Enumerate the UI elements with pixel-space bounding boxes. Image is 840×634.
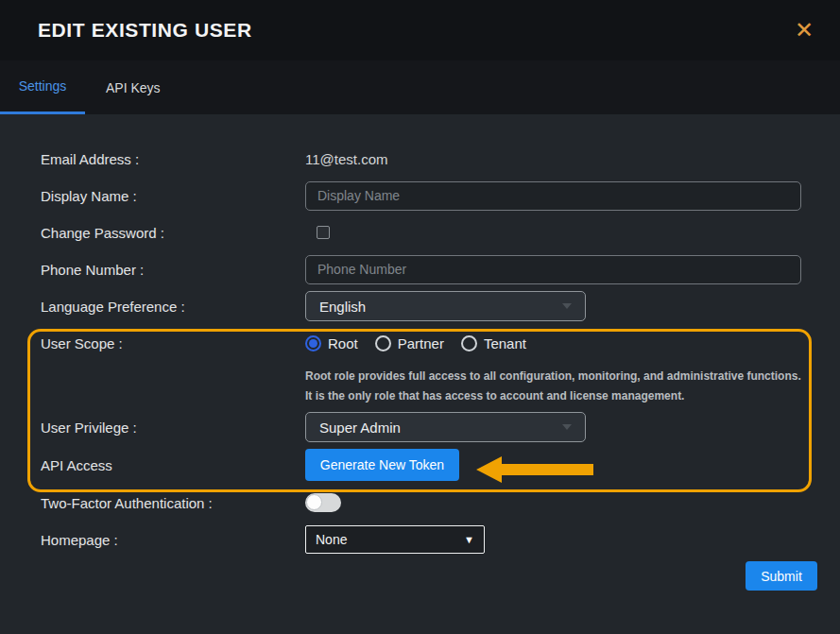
submit-button[interactable]: Submit <box>746 561 817 591</box>
phone-number-input[interactable] <box>305 255 801 284</box>
language-row: Language Preference : English <box>0 291 840 321</box>
homepage-selected-value: None <box>316 532 347 547</box>
caret-down-icon <box>562 424 572 430</box>
email-row: Email Address : 11@test.com <box>0 144 840 174</box>
phone-number-row: Phone Number : <box>0 254 840 284</box>
api-access-label: API Access <box>41 457 305 473</box>
language-label: Language Preference : <box>41 299 305 315</box>
change-password-row: Change Password : <box>0 217 840 248</box>
homepage-select[interactable]: None ▼ <box>305 525 485 554</box>
display-name-row: Display Name : <box>0 180 840 211</box>
radio-unselected-icon <box>375 335 391 351</box>
tab-api-keys[interactable]: API Keys <box>85 60 181 114</box>
tab-bar: Settings API Keys <box>0 60 840 114</box>
caret-down-icon: ▼ <box>464 534 474 545</box>
user-privilege-select[interactable]: Super Admin <box>305 412 586 442</box>
generate-token-button[interactable]: Generate New Token <box>305 449 459 481</box>
help-line-2: It is the only role that has access to a… <box>305 386 817 406</box>
radio-root[interactable]: Root <box>305 335 358 351</box>
two-factor-toggle[interactable] <box>305 493 341 512</box>
phone-number-label: Phone Number : <box>41 262 305 278</box>
change-password-label: Change Password : <box>41 225 305 241</box>
homepage-row: Homepage : None ▼ <box>0 524 840 555</box>
settings-form: Email Address : 11@test.com Display Name… <box>0 114 840 591</box>
two-factor-label: Two-Factor Authentication : <box>41 495 305 511</box>
two-factor-row: Two-Factor Authentication : <box>0 488 840 518</box>
user-privilege-row: User Privilege : Super Admin <box>0 412 840 442</box>
user-scope-row: User Scope : Root Partner Tenant <box>0 328 840 358</box>
user-scope-radio-group: Root Partner Tenant <box>305 335 526 351</box>
radio-unselected-icon <box>461 335 477 351</box>
page-title: EDIT EXISTING USER <box>38 19 252 42</box>
submit-row: Submit <box>0 561 840 591</box>
change-password-checkbox[interactable] <box>317 226 330 239</box>
email-label: Email Address : <box>41 151 305 167</box>
email-value: 11@test.com <box>305 151 387 167</box>
user-scope-help-text: Root role provides full access to all co… <box>0 365 840 406</box>
help-line-1: Root role provides full access to all co… <box>305 367 817 386</box>
edit-user-modal: EDIT EXISTING USER ✕ Settings API Keys E… <box>0 0 840 634</box>
user-privilege-label: User Privilege : <box>41 420 305 436</box>
user-scope-label: User Scope : <box>41 335 305 351</box>
tab-settings[interactable]: Settings <box>0 60 85 114</box>
user-privilege-selected-value: Super Admin <box>319 420 401 436</box>
caret-down-icon <box>562 303 572 309</box>
display-name-input[interactable] <box>305 181 801 211</box>
radio-partner[interactable]: Partner <box>375 335 444 351</box>
api-access-row: API Access Generate New Token <box>0 449 840 481</box>
modal-header: EDIT EXISTING USER ✕ <box>0 0 840 60</box>
radio-selected-icon <box>305 335 321 351</box>
toggle-knob <box>306 494 322 510</box>
language-selected-value: English <box>319 299 366 315</box>
close-icon[interactable]: ✕ <box>795 19 814 42</box>
homepage-label: Homepage : <box>41 532 305 548</box>
display-name-label: Display Name : <box>41 188 305 204</box>
radio-tenant[interactable]: Tenant <box>461 335 526 351</box>
language-select[interactable]: English <box>305 291 586 321</box>
